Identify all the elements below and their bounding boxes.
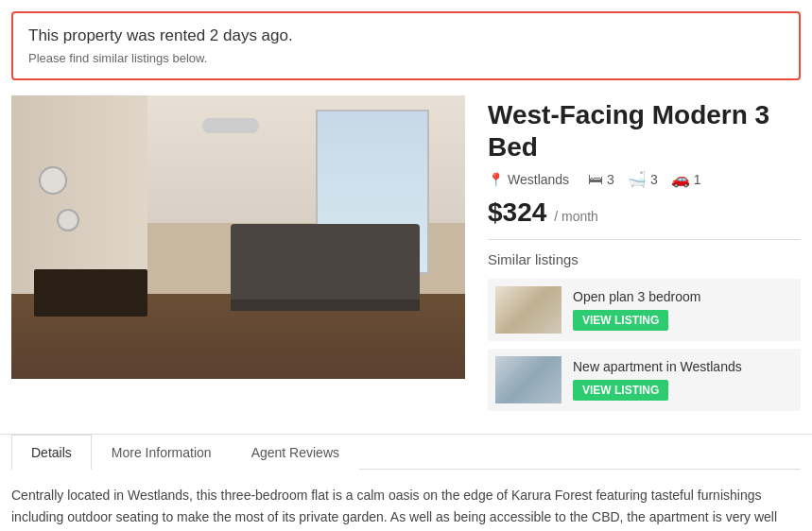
property-price: $324 [488,197,546,227]
tab-details[interactable]: Details [11,435,92,470]
tabs-bar: Details More Information Agent Reviews [11,435,801,470]
tab-content-details: Centrally located in Westlands, this thr… [0,470,812,531]
similar-info-1: Open plan 3 bedroom VIEW LISTING [573,289,793,331]
similar-listing-2: New apartment in Westlands VIEW LISTING [488,349,801,411]
tab-more-information[interactable]: More Information [92,435,232,470]
bath-icon: 🛁 [628,170,647,188]
view-listing-button-2[interactable]: VIEW LISTING [573,380,668,401]
tabs-section: Details More Information Agent Reviews C… [0,434,812,531]
bedrooms-count: 3 [607,172,614,187]
property-details: West-Facing Modern 3 Bed 📍 Westlands 🛏 3… [488,95,801,419]
property-section: West-Facing Modern 3 Bed 📍 Westlands 🛏 3… [11,95,801,419]
similar-listings-title: Similar listings [488,251,801,267]
property-meta: 📍 Westlands 🛏 3 🛁 3 🚗 1 [488,170,801,188]
bathrooms-amenity: 🛁 3 [628,170,658,188]
view-listing-button-1[interactable]: VIEW LISTING [573,310,668,331]
property-image [11,95,465,379]
bathrooms-count: 3 [650,172,658,187]
location-text: Westlands [508,172,569,187]
parking-amenity: 🚗 1 [671,170,701,188]
amenities: 🛏 3 🛁 3 🚗 1 [588,170,700,188]
car-icon: 🚗 [671,170,690,188]
alert-subtitle: Please find similar listings below. [28,51,784,65]
similar-thumb-2 [495,356,561,403]
bedrooms-amenity: 🛏 3 [588,171,614,188]
property-location: 📍 Westlands [488,172,569,187]
price-period: / month [554,209,598,224]
alert-title: This property was rented 2 days ago. [28,26,784,45]
similar-name-1: Open plan 3 bedroom [573,289,793,304]
tab-agent-reviews[interactable]: Agent Reviews [232,435,359,470]
similar-listing-1: Open plan 3 bedroom VIEW LISTING [488,279,801,341]
similar-name-2: New apartment in Westlands [573,359,793,374]
parking-count: 1 [694,172,701,187]
alert-banner: This property was rented 2 days ago. Ple… [11,11,801,80]
location-pin-icon: 📍 [488,172,504,187]
similar-thumb-1 [495,286,561,334]
property-description: Centrally located in Westlands, this thr… [11,485,801,531]
property-title: West-Facing Modern 3 Bed [488,99,801,163]
similar-info-2: New apartment in Westlands VIEW LISTING [573,359,793,401]
bed-icon: 🛏 [588,171,603,188]
price-row: $324 / month [488,197,801,240]
